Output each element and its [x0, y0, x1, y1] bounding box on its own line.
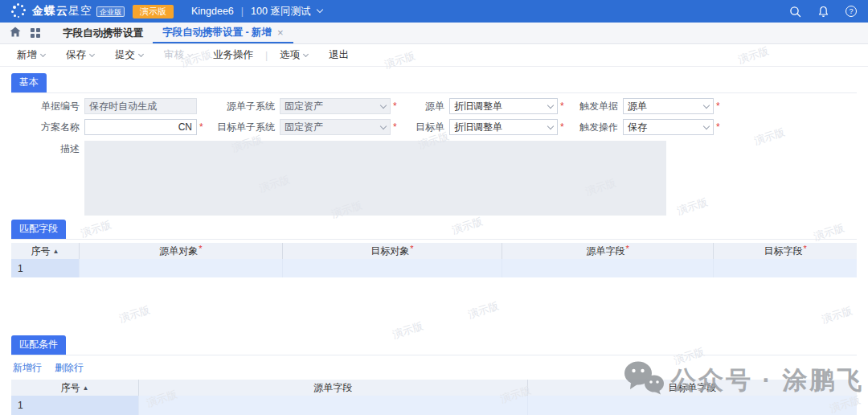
target-subsystem-select: 固定资产	[280, 119, 391, 135]
apps-grid-icon[interactable]	[31, 28, 40, 38]
chevron-down-icon[interactable]	[317, 6, 323, 13]
sort-asc-icon: ▲	[53, 248, 59, 255]
description-textarea	[84, 141, 666, 216]
trigger-bill-select[interactable]: 源单	[623, 98, 714, 114]
seq-cell[interactable]: 1	[11, 259, 79, 277]
chevron-down-icon	[703, 122, 710, 129]
bill-no-label: 单据编号	[11, 100, 80, 113]
column-header-target-field[interactable]: 目标字段*	[713, 243, 857, 259]
home-icon[interactable]	[10, 27, 21, 39]
required-marker	[716, 121, 723, 133]
save-button[interactable]: 保存	[55, 48, 104, 62]
column-header-source-object[interactable]: 源单对象*	[79, 243, 281, 259]
tab-field-carry-settings-new[interactable]: 字段自动携带设置 - 新增 ×	[153, 23, 293, 43]
column-header-source-field[interactable]: 源单字段*	[502, 243, 713, 259]
chevron-down-icon	[138, 51, 144, 56]
source-object-cell[interactable]	[79, 259, 281, 277]
required-marker	[199, 121, 206, 133]
delete-row-button[interactable]: 删除行	[55, 361, 84, 375]
table-row[interactable]: 1	[11, 259, 857, 277]
submit-button[interactable]: 提交	[104, 48, 154, 62]
form-row-1: 单据编号 保存时自动生成 源单子系统 固定资产 源单 折旧调整单 触发单据 源单	[11, 98, 857, 114]
match-conditions-header: 序号▲ 源单字段 目标单字段	[11, 380, 857, 396]
scheme-name-input[interactable]	[89, 121, 178, 133]
locale-suffix: CN	[178, 121, 192, 133]
chevron-down-icon	[547, 101, 554, 108]
target-field-cell[interactable]	[713, 259, 857, 277]
sort-asc-icon: ▲	[82, 384, 88, 392]
trigger-action-label: 触发操作	[575, 121, 618, 134]
chevron-down-icon	[547, 122, 554, 129]
required-marker	[393, 121, 399, 133]
topbar-divider: |	[241, 6, 244, 17]
match-fields-table: 序号▲ 源单对象* 目标对象* 源单字段* 目标字段* 1	[11, 243, 857, 277]
match-fields-header: 序号▲ 源单对象* 目标对象* 源单字段* 目标字段*	[11, 243, 857, 259]
help-icon[interactable]: ?	[845, 6, 857, 17]
column-header-seq[interactable]: 序号▲	[11, 243, 79, 259]
target-subsystem-label: 目标单子系统	[211, 121, 275, 134]
required-marker	[393, 101, 399, 112]
chevron-down-icon	[380, 122, 387, 129]
required-marker	[716, 101, 723, 112]
kingdee-logo-icon	[11, 3, 26, 19]
chevron-down-icon	[380, 101, 387, 108]
search-icon[interactable]	[789, 6, 801, 18]
required-marker: *	[803, 244, 806, 253]
section-tab-match-fields[interactable]: 匹配字段	[11, 220, 66, 239]
business-operations-button[interactable]: 业务操作	[203, 48, 264, 62]
seq-cell[interactable]: 1	[11, 396, 138, 415]
section-tab-basic[interactable]: 基本	[11, 73, 47, 92]
audit-button: 审核	[154, 48, 203, 62]
chevron-down-icon	[89, 51, 95, 56]
form-row-2: 方案名称 CN 目标单子系统 固定资产 目标单 折旧调整单 触发操作 保存	[11, 119, 857, 135]
exit-button[interactable]: 退出	[318, 48, 359, 62]
source-field-cell[interactable]	[502, 259, 713, 277]
tab-close-icon[interactable]: ×	[277, 27, 284, 39]
bill-no-field: 保存时自动生成	[84, 98, 197, 114]
options-button[interactable]: 选项	[269, 48, 318, 62]
target-field-cell[interactable]	[527, 396, 857, 415]
table-row[interactable]: 1	[11, 396, 857, 415]
tab-label: 字段自动携带设置 - 新增	[162, 26, 272, 39]
toolbar: 新增 保存 提交 审核 业务操作 | 选项 退出	[0, 44, 868, 67]
row-actions: 新增行 删除行	[11, 355, 857, 380]
chevron-down-icon	[703, 101, 710, 108]
target-bill-select[interactable]: 折旧调整单	[449, 119, 558, 135]
column-header-seq[interactable]: 序号▲	[11, 380, 138, 396]
column-header-target-bill-field[interactable]: 目标单字段	[527, 380, 857, 396]
tab-field-carry-settings[interactable]: 字段自动携带设置	[53, 23, 153, 43]
toolbar-divider: |	[264, 50, 269, 61]
scheme-name-label: 方案名称	[11, 121, 80, 134]
required-marker: *	[410, 244, 413, 253]
topbar: 金蝶云星空 企业版 演示版 Kingdee6 | 100 逐同测试 ?	[0, 0, 868, 23]
match-fields-section: 匹配字段 序号▲ 源单对象* 目标对象* 源单字段* 目标字段* 1	[11, 220, 857, 277]
required-marker: *	[199, 244, 202, 253]
source-field-cell[interactable]	[138, 396, 527, 415]
source-subsystem-label: 源单子系统	[211, 100, 275, 113]
match-conditions-section: 匹配条件 新增行 删除行 序号▲ 源单字段 目标单字段 1	[11, 335, 857, 415]
target-bill-label: 目标单	[407, 121, 444, 134]
notification-bell-icon[interactable]	[817, 6, 829, 18]
trigger-bill-label: 触发单据	[575, 100, 618, 113]
chevron-down-icon	[303, 51, 309, 56]
add-row-button[interactable]: 新增行	[13, 361, 42, 375]
required-marker	[560, 101, 567, 112]
source-bill-select[interactable]: 折旧调整单	[449, 98, 558, 114]
match-conditions-table: 序号▲ 源单字段 目标单字段 1	[11, 380, 857, 415]
chevron-down-icon	[187, 51, 193, 56]
source-bill-label: 源单	[407, 100, 444, 113]
trigger-action-select[interactable]: 保存	[623, 119, 714, 135]
new-button[interactable]: 新增	[6, 48, 55, 62]
workspace-name[interactable]: 100 逐同测试	[251, 5, 310, 18]
account-name[interactable]: Kingdee6	[191, 6, 234, 17]
brand-primary: 金蝶云	[32, 4, 68, 17]
target-object-cell[interactable]	[282, 259, 502, 277]
chevron-down-icon	[40, 51, 46, 56]
required-marker: *	[626, 244, 629, 253]
brand-title: 金蝶云星空	[32, 4, 92, 18]
tabbar: 字段自动携带设置 字段自动携带设置 - 新增 ×	[0, 23, 868, 44]
section-tab-match-conditions[interactable]: 匹配条件	[11, 335, 66, 355]
column-header-source-field[interactable]: 源单字段	[138, 380, 527, 396]
scheme-name-field[interactable]: CN	[84, 119, 197, 135]
column-header-target-object[interactable]: 目标对象*	[282, 243, 502, 259]
